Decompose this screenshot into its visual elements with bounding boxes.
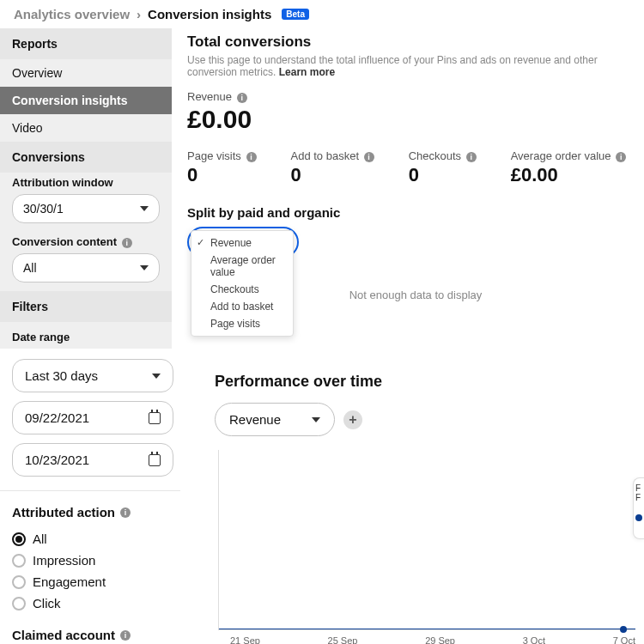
claimed-account-heading: Claimed account xyxy=(12,628,115,642)
date-end-input[interactable]: 10/23/2021 xyxy=(12,443,173,477)
conversion-content-label: Conversion content i xyxy=(12,235,160,248)
attributed-action-heading: Attributed action xyxy=(12,505,115,519)
total-conversions-title: Total conversions xyxy=(187,33,644,51)
chevron-right-icon: › xyxy=(137,7,141,21)
legend-dot-icon xyxy=(635,514,642,521)
performance-title: Performance over time xyxy=(215,373,644,391)
info-icon: i xyxy=(364,152,374,162)
info-icon: i xyxy=(616,152,626,162)
sidebar-filters-header: Filters xyxy=(0,291,172,322)
calendar-icon xyxy=(149,412,161,424)
attribution-window-value: 30/30/1 xyxy=(23,202,64,216)
breadcrumb: Analytics overview › Conversion insights… xyxy=(0,0,644,28)
metric-label: Add to basket xyxy=(291,149,360,162)
chevron-down-icon xyxy=(312,417,320,422)
x-tick: 29 Sep xyxy=(425,635,455,644)
performance-panel: Performance over time Revenue + 21 Sep 2… xyxy=(180,349,644,644)
radio-icon xyxy=(12,554,26,568)
dropdown-option-revenue[interactable]: Revenue xyxy=(191,234,293,252)
metric-value: £0.00 xyxy=(511,164,626,186)
conversion-content-value: All xyxy=(23,261,37,275)
date-start-input[interactable]: 09/22/2021 xyxy=(12,401,173,434)
sidebar-conversions-header: Conversions xyxy=(0,142,172,173)
dropdown-option-add-to-basket[interactable]: Add to basket xyxy=(191,298,293,315)
info-icon: i xyxy=(246,152,257,162)
performance-chart xyxy=(218,450,635,630)
radio-icon xyxy=(12,575,26,589)
chart-data-point xyxy=(620,626,627,633)
radio-attributed-all[interactable]: All xyxy=(12,528,173,550)
split-dropdown-menu: Revenue Average order value Checkouts Ad… xyxy=(191,230,294,337)
metric-label: Checkouts xyxy=(409,149,461,162)
date-range-label: Date range xyxy=(0,322,172,349)
metric-value: 0 xyxy=(187,164,257,186)
info-icon: i xyxy=(122,238,132,248)
info-icon: i xyxy=(466,152,477,162)
radio-icon xyxy=(12,532,26,546)
radio-attributed-impression[interactable]: Impression xyxy=(12,550,173,571)
x-tick: 21 Sep xyxy=(230,635,260,644)
radio-icon xyxy=(12,597,26,611)
split-title: Split by paid and organic xyxy=(187,205,644,220)
revenue-label: Revenue xyxy=(187,90,232,103)
info-icon: i xyxy=(120,630,131,641)
sidebar-item-conversion-insights[interactable]: Conversion insights xyxy=(0,87,172,114)
x-tick: 25 Sep xyxy=(328,635,358,644)
plus-icon: + xyxy=(349,412,356,428)
split-metric-dropdown[interactable]: Revenue Average order value Checkouts Ad… xyxy=(187,227,299,258)
revenue-value: £0.00 xyxy=(187,105,644,134)
performance-metric-select[interactable]: Revenue xyxy=(215,403,335,436)
chevron-down-icon xyxy=(152,374,161,379)
calendar-icon xyxy=(149,454,161,466)
chart-x-axis: 21 Sep 25 Sep 29 Sep 3 Oct 7 Oct xyxy=(215,630,644,644)
beta-badge: Beta xyxy=(282,9,309,20)
breadcrumb-current: Conversion insights xyxy=(148,7,271,21)
dropdown-option-checkouts[interactable]: Checkouts xyxy=(191,281,293,298)
x-tick: 7 Oct xyxy=(613,635,635,644)
main-content: Total conversions Use this page to under… xyxy=(172,28,644,349)
radio-attributed-click[interactable]: Click xyxy=(12,592,173,614)
metric-label: Average order value xyxy=(511,149,611,162)
date-range-preset-select[interactable]: Last 30 days xyxy=(12,359,173,392)
filters-column: Last 30 days 09/22/2021 10/23/2021 Attri… xyxy=(0,349,180,644)
radio-attributed-engagement[interactable]: Engagement xyxy=(12,571,173,592)
conversion-content-select[interactable]: All xyxy=(12,253,160,283)
add-metric-button[interactable]: + xyxy=(343,410,362,429)
x-tick: 3 Oct xyxy=(523,635,545,644)
chevron-down-icon xyxy=(140,206,149,211)
sidebar: Reports Overview Conversion insights Vid… xyxy=(0,28,172,349)
sidebar-reports-header: Reports xyxy=(0,28,172,59)
chart-series-line xyxy=(219,629,635,629)
legend-peek: FF xyxy=(633,477,644,539)
metrics-row: Page visits i 0 Add to basket i 0 Checko… xyxy=(187,149,644,186)
info-icon: i xyxy=(237,93,247,103)
metric-value: 0 xyxy=(409,164,477,186)
attribution-window-label: Attribution window xyxy=(12,176,160,189)
breadcrumb-parent[interactable]: Analytics overview xyxy=(14,7,130,21)
metric-value: 0 xyxy=(291,164,374,186)
sidebar-item-video[interactable]: Video xyxy=(0,114,172,142)
info-icon: i xyxy=(120,507,131,518)
chevron-down-icon xyxy=(140,265,149,270)
dropdown-option-page-visits[interactable]: Page visits xyxy=(191,315,293,332)
learn-more-link[interactable]: Learn more xyxy=(279,66,335,78)
dropdown-option-aov[interactable]: Average order value xyxy=(191,252,293,281)
attribution-window-select[interactable]: 30/30/1 xyxy=(12,194,160,223)
metric-label: Page visits xyxy=(187,149,241,162)
sidebar-item-overview[interactable]: Overview xyxy=(0,59,172,87)
page-subtext: Use this page to understand the total in… xyxy=(187,54,644,78)
